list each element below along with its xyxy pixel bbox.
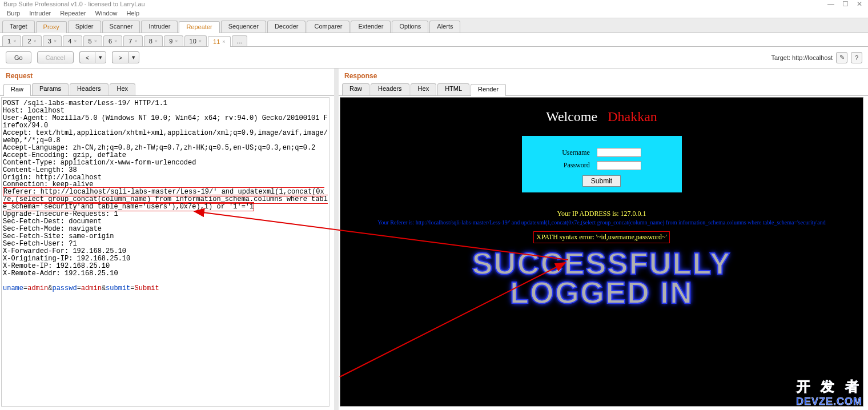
login-form: Username Password Submit bbox=[522, 136, 682, 192]
close-icon[interactable]: × bbox=[114, 38, 117, 44]
password-label: Password bbox=[558, 159, 593, 172]
close-icon[interactable]: × bbox=[13, 38, 16, 44]
subtab-6[interactable]: 6× bbox=[103, 35, 122, 46]
close-icon[interactable]: ✕ bbox=[857, 0, 862, 8]
tab-spider[interactable]: Spider bbox=[68, 21, 101, 33]
close-icon[interactable]: × bbox=[155, 38, 158, 44]
subtab-8[interactable]: 8× bbox=[144, 35, 163, 46]
tab-comparer[interactable]: Comparer bbox=[307, 21, 349, 33]
password-input[interactable] bbox=[597, 161, 641, 170]
xpath-error-line: XPATH syntax error: '~id,username,passwo… bbox=[533, 231, 670, 243]
go-button[interactable]: Go bbox=[6, 51, 31, 63]
tab-repeater[interactable]: Repeater bbox=[179, 21, 219, 33]
username-input[interactable] bbox=[597, 148, 641, 157]
close-icon[interactable]: × bbox=[199, 38, 202, 44]
response-tab-hex[interactable]: Hex bbox=[411, 83, 437, 95]
cancel-button[interactable]: Cancel bbox=[37, 51, 74, 63]
window-titlebar: Burp Suite Professional v1.0 - licensed … bbox=[0, 0, 868, 8]
window-title: Burp Suite Professional v1.0 - licensed … bbox=[3, 1, 145, 7]
subtab-10[interactable]: 10× bbox=[184, 35, 207, 46]
history-prev-button[interactable]: < bbox=[79, 51, 95, 63]
tab-extender[interactable]: Extender bbox=[351, 21, 391, 33]
module-tabs: Target Proxy Spider Scanner Intruder Rep… bbox=[0, 18, 868, 33]
tab-alerts[interactable]: Alerts bbox=[429, 21, 460, 33]
request-tab-headers[interactable]: Headers bbox=[70, 83, 108, 95]
edit-target-icon[interactable]: ✎ bbox=[836, 52, 847, 63]
close-icon[interactable]: × bbox=[74, 38, 77, 44]
close-icon[interactable]: × bbox=[134, 38, 137, 44]
success-banner: SUCCESSFULLYLOGGED IN bbox=[340, 249, 863, 308]
tab-options[interactable]: Options bbox=[392, 21, 428, 33]
response-tab-html[interactable]: HTML bbox=[437, 83, 469, 95]
maximize-icon[interactable]: ☐ bbox=[842, 0, 849, 8]
request-tab-params[interactable]: Params bbox=[32, 83, 69, 95]
menu-intruder[interactable]: Intruder bbox=[26, 9, 54, 17]
subtab-1[interactable]: 1× bbox=[2, 35, 21, 46]
target-label: Target: http://localhost bbox=[771, 54, 833, 61]
response-tab-raw[interactable]: Raw bbox=[342, 83, 369, 95]
subtab-7[interactable]: 7× bbox=[123, 35, 142, 46]
history-prev-dropdown[interactable]: ▾ bbox=[95, 51, 106, 63]
close-icon[interactable]: × bbox=[54, 38, 57, 44]
welcome-heading: Welcome Dhakkan bbox=[340, 109, 863, 124]
help-icon[interactable]: ? bbox=[851, 52, 862, 63]
request-panel: Request Raw Params Headers Hex POST /sql… bbox=[0, 69, 339, 410]
minimize-icon[interactable]: — bbox=[827, 0, 834, 8]
subtab-9[interactable]: 9× bbox=[164, 35, 183, 46]
tab-scanner[interactable]: Scanner bbox=[102, 21, 140, 33]
welcome-name: Dhakkan bbox=[608, 109, 657, 124]
response-view-tabs: Raw Headers Hex HTML Render bbox=[339, 83, 868, 96]
repeater-subtabs: 1× 2× 3× 4× 5× 6× 7× 8× 9× 10× 11× ... bbox=[0, 33, 868, 47]
close-icon[interactable]: × bbox=[94, 38, 97, 44]
tab-intruder[interactable]: Intruder bbox=[141, 21, 178, 33]
window-controls: — ☐ ✕ bbox=[827, 0, 868, 8]
subtab-more[interactable]: ... bbox=[232, 35, 247, 46]
subtab-4[interactable]: 4× bbox=[63, 35, 82, 46]
request-raw-editor[interactable]: POST /sqli-labs-master/Less-19/ HTTP/1.1… bbox=[1, 97, 329, 407]
subtab-2[interactable]: 2× bbox=[22, 35, 41, 46]
tab-decoder[interactable]: Decoder bbox=[267, 21, 306, 33]
subtab-5[interactable]: 5× bbox=[83, 35, 102, 46]
repeater-columns: Request Raw Params Headers Hex POST /sql… bbox=[0, 69, 868, 410]
request-tab-hex[interactable]: Hex bbox=[110, 83, 136, 95]
menu-help[interactable]: Help bbox=[123, 9, 143, 17]
repeater-action-bar: Go Cancel < ▾ > ▾ Target: http://localho… bbox=[0, 47, 868, 69]
menubar: Burp Intruder Repeater Window Help bbox=[0, 8, 868, 18]
tab-target[interactable]: Target bbox=[2, 21, 35, 33]
menu-window[interactable]: Window bbox=[91, 9, 120, 17]
referer-highlight: Referer: http://localhost/sqli-labs-mast… bbox=[3, 187, 328, 211]
close-icon[interactable]: × bbox=[34, 38, 37, 44]
response-render-view: Welcome Dhakkan Username Password Submit… bbox=[340, 97, 863, 407]
close-icon[interactable]: × bbox=[175, 38, 178, 44]
tab-sequencer[interactable]: Sequencer bbox=[221, 21, 266, 33]
menu-burp[interactable]: Burp bbox=[3, 9, 23, 17]
response-tab-render[interactable]: Render bbox=[471, 84, 506, 96]
response-tab-headers[interactable]: Headers bbox=[371, 83, 409, 95]
request-tab-raw[interactable]: Raw bbox=[3, 84, 31, 96]
response-title: Response bbox=[339, 69, 868, 83]
request-title: Request bbox=[0, 69, 334, 83]
welcome-text: Welcome bbox=[546, 109, 608, 124]
response-panel: Response Raw Headers Hex HTML Render Wel… bbox=[339, 69, 868, 410]
referer-line: Your Referer is: http://localhost/sqli-l… bbox=[340, 219, 863, 226]
username-label: Username bbox=[558, 146, 593, 159]
history-next-button[interactable]: > bbox=[112, 51, 127, 63]
submit-button[interactable]: Submit bbox=[582, 175, 621, 187]
menu-repeater[interactable]: Repeater bbox=[57, 9, 89, 17]
subtab-3[interactable]: 3× bbox=[43, 35, 62, 46]
subtab-11[interactable]: 11× bbox=[208, 36, 231, 47]
tab-proxy[interactable]: Proxy bbox=[36, 21, 67, 33]
ip-line: Your IP ADDRESS is: 127.0.0.1 bbox=[340, 210, 863, 218]
request-view-tabs: Raw Params Headers Hex bbox=[0, 83, 334, 96]
close-icon[interactable]: × bbox=[222, 39, 225, 45]
history-next-dropdown[interactable]: ▾ bbox=[128, 51, 139, 63]
